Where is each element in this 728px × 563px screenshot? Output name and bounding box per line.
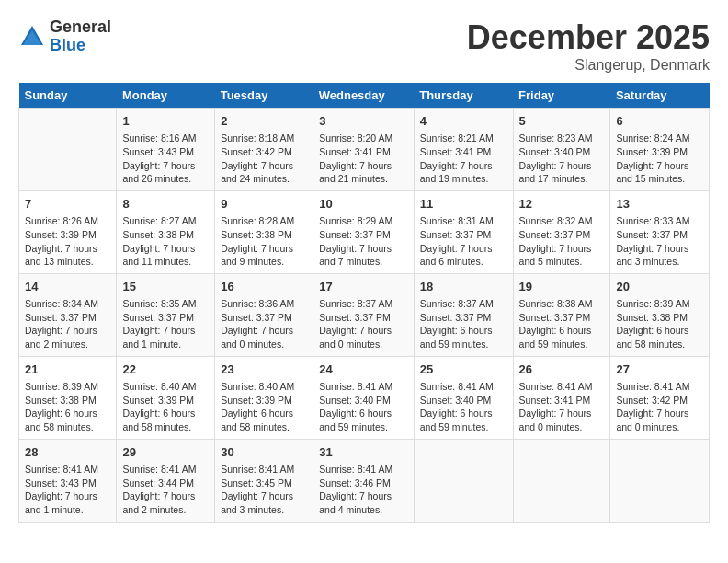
calendar-cell: 23Sunrise: 8:40 AMSunset: 3:39 PMDayligh… [215, 356, 313, 439]
calendar-cell [513, 439, 610, 522]
day-number: 19 [519, 279, 605, 295]
weekday-header: Saturday [610, 83, 710, 109]
day-info: Sunrise: 8:34 AMSunset: 3:37 PMDaylight:… [25, 297, 110, 351]
calendar-cell: 1Sunrise: 8:16 AMSunset: 3:43 PMDaylight… [117, 109, 215, 191]
logo-text: General Blue [50, 18, 111, 55]
day-info: Sunrise: 8:41 AMSunset: 3:40 PMDaylight:… [420, 380, 507, 434]
weekday-header: Wednesday [313, 83, 414, 109]
day-number: 26 [519, 362, 605, 378]
calendar-cell: 13Sunrise: 8:33 AMSunset: 3:37 PMDayligh… [610, 190, 710, 273]
day-number: 12 [519, 196, 605, 213]
day-info: Sunrise: 8:41 AMSunset: 3:42 PMDaylight:… [616, 380, 703, 434]
day-info: Sunrise: 8:28 AMSunset: 3:38 PMDaylight:… [221, 214, 307, 269]
day-info: Sunrise: 8:41 AMSunset: 3:45 PMDaylight:… [221, 463, 307, 517]
day-info: Sunrise: 8:20 AMSunset: 3:41 PMDaylight:… [319, 132, 407, 186]
calendar-week-row: 1Sunrise: 8:16 AMSunset: 3:43 PMDaylight… [19, 109, 710, 191]
calendar-cell: 15Sunrise: 8:35 AMSunset: 3:37 PMDayligh… [117, 273, 215, 356]
logo: General Blue [18, 18, 111, 55]
location: Slangerup, Denmark [467, 57, 710, 74]
day-number: 10 [319, 196, 407, 213]
calendar-cell: 16Sunrise: 8:36 AMSunset: 3:37 PMDayligh… [215, 273, 313, 356]
calendar-cell: 11Sunrise: 8:31 AMSunset: 3:37 PMDayligh… [414, 190, 513, 273]
calendar-cell: 6Sunrise: 8:24 AMSunset: 3:39 PMDaylight… [610, 109, 710, 191]
day-number: 2 [221, 113, 307, 130]
day-number: 13 [616, 196, 703, 213]
calendar-cell: 26Sunrise: 8:41 AMSunset: 3:41 PMDayligh… [513, 356, 610, 439]
day-number: 1 [122, 113, 209, 130]
logo-icon [18, 23, 46, 51]
calendar-cell: 3Sunrise: 8:20 AMSunset: 3:41 PMDaylight… [313, 109, 414, 191]
day-number: 4 [420, 113, 507, 130]
day-number: 18 [420, 279, 507, 295]
day-number: 11 [420, 196, 507, 213]
calendar-cell: 21Sunrise: 8:39 AMSunset: 3:38 PMDayligh… [19, 356, 117, 439]
calendar-cell: 29Sunrise: 8:41 AMSunset: 3:44 PMDayligh… [117, 439, 215, 522]
day-info: Sunrise: 8:39 AMSunset: 3:38 PMDaylight:… [25, 380, 110, 434]
day-number: 8 [122, 196, 209, 213]
calendar-cell: 22Sunrise: 8:40 AMSunset: 3:39 PMDayligh… [117, 356, 215, 439]
day-info: Sunrise: 8:41 AMSunset: 3:44 PMDaylight:… [122, 463, 209, 517]
day-info: Sunrise: 8:40 AMSunset: 3:39 PMDaylight:… [122, 380, 209, 434]
calendar-cell [19, 109, 117, 191]
day-number: 31 [319, 444, 407, 461]
calendar-cell: 27Sunrise: 8:41 AMSunset: 3:42 PMDayligh… [610, 356, 710, 439]
weekday-header: Tuesday [215, 83, 313, 109]
day-number: 15 [122, 279, 209, 295]
calendar-cell: 19Sunrise: 8:38 AMSunset: 3:37 PMDayligh… [513, 273, 610, 356]
day-info: Sunrise: 8:27 AMSunset: 3:38 PMDaylight:… [122, 214, 209, 269]
calendar-cell: 30Sunrise: 8:41 AMSunset: 3:45 PMDayligh… [215, 439, 313, 522]
calendar-cell: 24Sunrise: 8:41 AMSunset: 3:40 PMDayligh… [313, 356, 414, 439]
calendar-cell: 14Sunrise: 8:34 AMSunset: 3:37 PMDayligh… [19, 273, 117, 356]
day-number: 28 [25, 444, 110, 461]
calendar-week-row: 7Sunrise: 8:26 AMSunset: 3:39 PMDaylight… [19, 190, 710, 273]
day-info: Sunrise: 8:16 AMSunset: 3:43 PMDaylight:… [122, 132, 209, 186]
month-title: December 2025 [467, 18, 710, 57]
day-number: 5 [519, 113, 605, 130]
calendar-cell: 31Sunrise: 8:41 AMSunset: 3:46 PMDayligh… [313, 439, 414, 522]
day-info: Sunrise: 8:24 AMSunset: 3:39 PMDaylight:… [616, 132, 703, 186]
day-info: Sunrise: 8:41 AMSunset: 3:46 PMDaylight:… [319, 463, 407, 517]
weekday-header: Sunday [19, 83, 117, 109]
calendar-week-row: 28Sunrise: 8:41 AMSunset: 3:43 PMDayligh… [19, 439, 710, 522]
day-info: Sunrise: 8:41 AMSunset: 3:41 PMDaylight:… [519, 380, 605, 434]
logo-blue: Blue [50, 37, 111, 55]
calendar-cell: 8Sunrise: 8:27 AMSunset: 3:38 PMDaylight… [117, 190, 215, 273]
day-number: 17 [319, 279, 407, 295]
day-number: 27 [616, 362, 703, 378]
day-number: 23 [221, 362, 307, 378]
day-number: 16 [221, 279, 307, 295]
day-info: Sunrise: 8:33 AMSunset: 3:37 PMDaylight:… [616, 214, 703, 269]
calendar-week-row: 21Sunrise: 8:39 AMSunset: 3:38 PMDayligh… [19, 356, 710, 439]
logo-general: General [50, 18, 111, 37]
day-info: Sunrise: 8:29 AMSunset: 3:37 PMDaylight:… [319, 214, 407, 269]
calendar-cell: 4Sunrise: 8:21 AMSunset: 3:41 PMDaylight… [414, 109, 513, 191]
page-header: General Blue December 2025 Slangerup, De… [18, 18, 710, 74]
weekday-header: Friday [513, 83, 610, 109]
calendar-cell [414, 439, 513, 522]
day-number: 24 [319, 362, 407, 378]
calendar-cell [610, 439, 710, 522]
title-block: December 2025 Slangerup, Denmark [467, 18, 710, 74]
weekday-header: Thursday [414, 83, 513, 109]
calendar-cell: 10Sunrise: 8:29 AMSunset: 3:37 PMDayligh… [313, 190, 414, 273]
day-info: Sunrise: 8:18 AMSunset: 3:42 PMDaylight:… [221, 132, 307, 186]
calendar-cell: 20Sunrise: 8:39 AMSunset: 3:38 PMDayligh… [610, 273, 710, 356]
calendar-cell: 25Sunrise: 8:41 AMSunset: 3:40 PMDayligh… [414, 356, 513, 439]
calendar-cell: 18Sunrise: 8:37 AMSunset: 3:37 PMDayligh… [414, 273, 513, 356]
day-number: 30 [221, 444, 307, 461]
weekday-header: Monday [117, 83, 215, 109]
day-info: Sunrise: 8:41 AMSunset: 3:40 PMDaylight:… [319, 380, 407, 434]
day-number: 9 [221, 196, 307, 213]
day-info: Sunrise: 8:40 AMSunset: 3:39 PMDaylight:… [221, 380, 307, 434]
day-info: Sunrise: 8:21 AMSunset: 3:41 PMDaylight:… [420, 132, 507, 186]
day-info: Sunrise: 8:37 AMSunset: 3:37 PMDaylight:… [319, 297, 407, 351]
day-number: 20 [616, 279, 703, 295]
calendar-week-row: 14Sunrise: 8:34 AMSunset: 3:37 PMDayligh… [19, 273, 710, 356]
day-info: Sunrise: 8:41 AMSunset: 3:43 PMDaylight:… [25, 463, 110, 517]
day-info: Sunrise: 8:23 AMSunset: 3:40 PMDaylight:… [519, 132, 605, 186]
day-number: 22 [122, 362, 209, 378]
calendar-cell: 9Sunrise: 8:28 AMSunset: 3:38 PMDaylight… [215, 190, 313, 273]
day-info: Sunrise: 8:37 AMSunset: 3:37 PMDaylight:… [420, 297, 507, 351]
day-number: 21 [25, 362, 110, 378]
calendar-cell: 17Sunrise: 8:37 AMSunset: 3:37 PMDayligh… [313, 273, 414, 356]
